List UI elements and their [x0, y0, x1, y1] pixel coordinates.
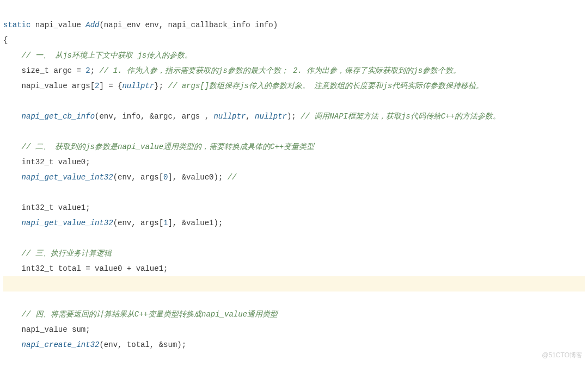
code-snippet: static napi_value Add(napi_env env, napi… [0, 0, 588, 366]
comment-line: // 三、执行业务计算逻辑 [3, 249, 112, 258]
code-line: int32_t value1; [3, 203, 90, 212]
code-line: napi_create_int32(env, total, &sum); [3, 340, 186, 349]
code-line: napi_get_cb_info(env, info, &argc, args … [3, 112, 500, 121]
blank-line [3, 127, 8, 136]
code-line: { [3, 36, 8, 45]
blank-line [3, 234, 8, 243]
code-line: napi_get_value_int32(env, args[1], &valu… [3, 219, 223, 227]
code-line: napi_get_value_int32(env, args[0], &valu… [3, 173, 237, 182]
watermark-text: @51CTO博客 [542, 348, 583, 363]
highlighted-line [3, 276, 585, 291]
comment-line: // 四、将需要返回的计算结果从C++变量类型转换成napi_value通用类型 [3, 310, 278, 319]
keyword-static: static [3, 21, 30, 29]
code-line: napi_value args[2] = {nullptr}; // args[… [3, 82, 483, 90]
function-name: Add [85, 21, 99, 29]
blank-line [3, 97, 8, 106]
code-line: int32_t value0; [3, 158, 90, 166]
blank-line [3, 356, 8, 364]
code-line: size_t argc = 2; // 1. 作为入参，指示需要获取的js参数的… [3, 66, 461, 75]
comment-line: // 一、 从js环境上下文中获取 js传入的参数。 [3, 51, 192, 60]
blank-line [3, 188, 8, 197]
comment-line: // 二、 获取到的js参数是napi_value通用类型的，需要转换成具体的C… [3, 142, 314, 151]
code-line: napi_value sum; [3, 325, 90, 334]
code-line: int32_t total = value0 + value1; [3, 264, 168, 273]
code-line: static napi_value Add(napi_env env, napi… [3, 21, 278, 29]
